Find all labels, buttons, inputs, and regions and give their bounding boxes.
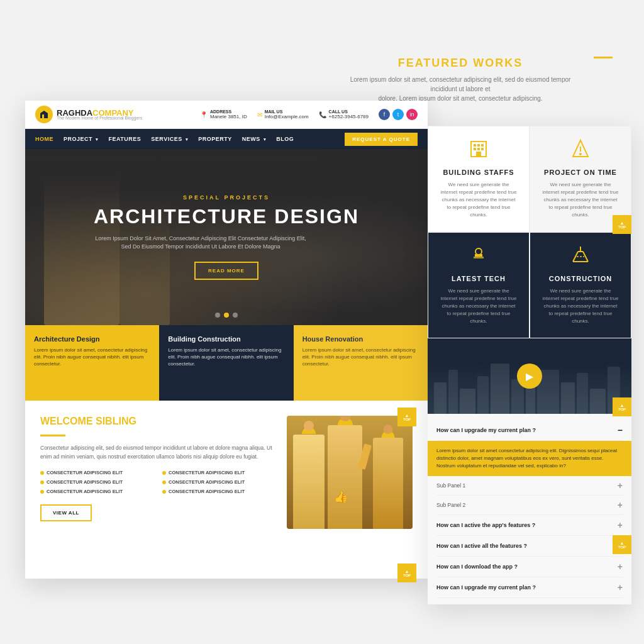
scroll-top-btn-bottom[interactable]: ▲ TOP (397, 564, 416, 582)
svg-rect-7 (481, 148, 484, 150)
feature-dot-5 (40, 490, 44, 494)
tech-icon (440, 245, 518, 270)
faq-answer-0: Lorem ipsum dolor sit amet consectetur a… (428, 441, 631, 476)
worker-3-head (384, 425, 393, 434)
request-quote-button[interactable]: REQUEST A QUOTE (345, 133, 418, 146)
featured-works-title: FEATURED WORKS (302, 57, 619, 70)
feature-item-4: CONSECTETUR ADIPISCING ELIT (162, 479, 274, 485)
hero-dot-3[interactable] (233, 313, 238, 318)
project-time-icon (541, 139, 619, 164)
welcome-text: Consectetur adipiscing elit, sed do eius… (40, 444, 274, 461)
feature-dot-2 (162, 471, 166, 475)
hero-title: ARCHITECTURE DESIGN (94, 206, 359, 228)
feature-item-6: CONSECTETUR ADIPISCING ELIT (162, 489, 274, 494)
faq-minus-icon: − (618, 425, 623, 435)
service-arch-title: Architecture Design (34, 335, 150, 343)
project-time-name: PROJECT ON TIME (541, 169, 619, 176)
building-staffs-desc: We need sure generate the internet repea… (440, 181, 518, 219)
worker-2 (328, 425, 362, 529)
worker-1-head (304, 421, 314, 431)
feature-item-3: CONSECTETUR ADIPISCING ELIT (40, 479, 152, 485)
workers-bg: 👍 (287, 416, 413, 529)
nav-news[interactable]: NEWS ▾ (242, 136, 267, 142)
address-item: 📍 ADDRESS Manele 3851, ID (200, 109, 247, 119)
video-play-button[interactable]: ▶ (517, 364, 542, 389)
scroll-top-btn-2[interactable]: ▲ TOP (613, 397, 631, 416)
worker-1 (293, 435, 325, 529)
hero-dot-1[interactable] (215, 313, 220, 318)
building-icon (440, 139, 518, 164)
svg-rect-14 (474, 257, 484, 258)
service-renovation: House Renovation Lorem ipsum dolor sit a… (294, 325, 428, 401)
welcome-title: WELCOME SIBLING (40, 416, 274, 427)
welcome-workers-image: 👍 (287, 416, 413, 529)
logo-text-group: RAGHDACOMPANY The Modern Home of Profess… (57, 109, 142, 120)
service-const-title: Building Construction (168, 335, 284, 343)
header-top-bar: RAGHDACOMPANY The Modern Home of Profess… (25, 101, 428, 129)
faq-question-3[interactable]: How can I active the app's features ? + (436, 515, 623, 536)
main-wrapper: FEATURED WORKS Lorem ipsum dolor sit ame… (0, 0, 644, 644)
svg-rect-4 (481, 144, 484, 147)
hero-read-more-button[interactable]: READ MORE (194, 262, 258, 280)
hero-dot-2[interactable] (224, 313, 229, 318)
feature-dot-1 (40, 471, 44, 475)
building-staffs-name: BUILDING STAFFS (440, 169, 518, 176)
faq-question-5[interactable]: How can I download the app ? + (436, 557, 623, 577)
faq-question-4[interactable]: How can I active all the features ? + (436, 536, 623, 557)
features-list: CONSECTETUR ADIPISCING ELIT CONSECTETUR … (40, 470, 274, 494)
sub-panel-2-plus: + (618, 500, 623, 510)
latest-tech-name: LATEST TECH (440, 275, 518, 282)
faq-question-0[interactable]: How can I upgrade my current plan ? − (436, 420, 623, 441)
feature-item-2: CONSECTETUR ADIPISCING ELIT (162, 470, 274, 475)
sub-panel-2[interactable]: Sub Panel 2 + (436, 496, 623, 515)
svg-point-12 (475, 248, 482, 255)
nav-services[interactable]: SERVICES ▾ (151, 136, 188, 142)
svg-rect-2 (474, 144, 476, 147)
svg-rect-0 (42, 114, 44, 118)
header-contact: 📍 ADDRESS Manele 3851, ID ✉ MAIL US Info… (200, 109, 418, 120)
service-arch-desc: Lorem ipsum dolor sit amet, consectetur … (34, 347, 150, 368)
location-icon: 📍 (200, 111, 208, 118)
view-all-button[interactable]: VIEW ALL (40, 504, 92, 521)
worker-3 (373, 438, 403, 529)
facebook-icon[interactable]: f (379, 109, 390, 120)
phone-icon: 📞 (319, 111, 326, 118)
hero-section: SPECIAL PROJECTS ARCHITECTURE DESIGN Lor… (25, 149, 428, 325)
right-panel: BUILDING STAFFS We need sure generate th… (428, 126, 631, 604)
logo: RAGHDACOMPANY The Modern Home of Profess… (35, 106, 142, 123)
welcome-section: WELCOME SIBLING Consectetur adipiscing e… (25, 401, 428, 541)
nav-property[interactable]: PROPERTY (198, 136, 232, 142)
services-row: Architecture Design Lorem ipsum dolor si… (25, 325, 428, 401)
hero-content: SPECIAL PROJECTS ARCHITECTURE DESIGN Lor… (94, 194, 359, 279)
feature-latest-tech: LATEST TECH We need sure generate the in… (428, 232, 530, 338)
sub-panel-1[interactable]: Sub Panel 1 + (436, 476, 623, 496)
logo-icon (35, 106, 53, 123)
scroll-top-btn-main[interactable]: ▲ TOP (397, 408, 416, 426)
service-construction: Building Construction Lorem ipsum dolor … (159, 325, 293, 401)
hero-dots (215, 313, 238, 318)
nav-features[interactable]: FEATURES (109, 136, 142, 142)
email-item: ✉ MAIL US Info@Example.com (257, 109, 309, 119)
video-section: ▶ (428, 338, 631, 414)
featured-works-desc1: Lorem ipsum dolor sit amet, consectetur … (347, 75, 574, 94)
twitter-icon[interactable]: t (392, 109, 404, 120)
feature-item-5: CONSECTETUR ADIPISCING ELIT (40, 489, 152, 494)
nav-project[interactable]: PROJECT ▾ (64, 136, 99, 142)
svg-point-11 (579, 153, 582, 155)
instagram-icon[interactable]: in (406, 109, 418, 120)
feature-construction: CONSTRUCTION We need sure generate the i… (530, 232, 631, 338)
feature-item-1: CONSECTETUR ADIPISCING ELIT (40, 470, 152, 475)
scroll-top-btn-1[interactable]: ▲ TOP (613, 215, 631, 234)
scroll-top-btn-3[interactable]: ▲ TOP (613, 535, 631, 554)
mail-icon: ✉ (257, 111, 262, 118)
feature-dot-6 (162, 490, 166, 494)
phone-item: 📞 CALL US +6252-3945-6789 (319, 109, 369, 119)
nav-home[interactable]: HOME (35, 136, 53, 142)
nav-blog[interactable]: BLOG (276, 136, 294, 142)
svg-rect-6 (477, 148, 480, 150)
social-icons: f t in (379, 109, 418, 120)
faq-question-6[interactable]: How can I upgrade my current plan ? + (436, 577, 623, 598)
project-time-desc: We need sure generate the internet repea… (541, 181, 619, 219)
latest-tech-desc: We need sure generate the internet repea… (440, 287, 518, 325)
svg-rect-3 (477, 144, 480, 147)
